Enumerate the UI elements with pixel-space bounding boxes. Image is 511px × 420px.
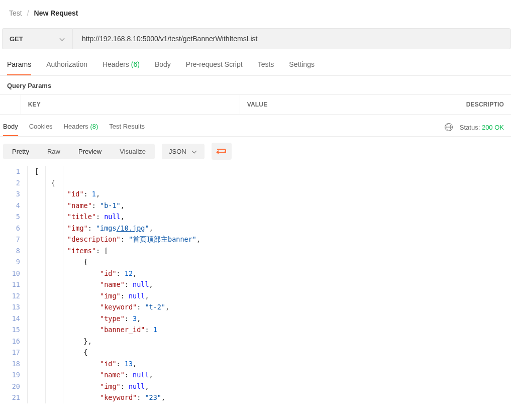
response-tab-headers-count: (8) bbox=[90, 123, 98, 130]
response-tab-testresults[interactable]: Test Results bbox=[109, 123, 145, 136]
line-number-gutter: 123456789101112131415161718192021 bbox=[0, 166, 27, 403]
request-tabs: Params Authorization Headers (6) Body Pr… bbox=[0, 49, 511, 76]
tab-settings[interactable]: Settings bbox=[289, 60, 315, 75]
breadcrumb-root[interactable]: Test bbox=[9, 9, 22, 17]
chevron-down-icon bbox=[59, 36, 65, 42]
params-col-checkbox bbox=[0, 95, 21, 114]
request-url-row: GET http://192.168.8.10:5000/v1/test/get… bbox=[0, 28, 511, 49]
globe-icon[interactable] bbox=[445, 123, 453, 131]
tab-body[interactable]: Body bbox=[155, 60, 171, 75]
view-preview[interactable]: Preview bbox=[69, 144, 111, 159]
url-input[interactable]: http://192.168.8.10:5000/v1/test/getBann… bbox=[72, 28, 511, 49]
response-tab-body[interactable]: Body bbox=[3, 123, 18, 136]
response-tab-cookies[interactable]: Cookies bbox=[29, 123, 53, 136]
code-panel[interactable]: [ { "id": 1, "name": "b-1", "title": nul… bbox=[27, 166, 511, 403]
language-select[interactable]: JSON bbox=[162, 144, 205, 159]
response-tab-headers[interactable]: Headers (8) bbox=[64, 123, 98, 136]
tab-headers[interactable]: Headers (6) bbox=[103, 60, 140, 75]
tab-headers-label: Headers bbox=[103, 60, 129, 68]
response-tabs: Body Cookies Headers (8) Test Results bbox=[3, 123, 145, 136]
response-body-viewer[interactable]: 123456789101112131415161718192021 [ { "i… bbox=[0, 166, 511, 407]
status-code: 200 OK bbox=[482, 124, 504, 131]
tab-authorization[interactable]: Authorization bbox=[46, 60, 87, 75]
tab-tests[interactable]: Tests bbox=[258, 60, 274, 75]
wrap-lines-button[interactable] bbox=[212, 143, 232, 160]
params-col-value: VALUE bbox=[240, 95, 459, 114]
tab-headers-count: (6) bbox=[131, 60, 140, 68]
tab-params[interactable]: Params bbox=[7, 60, 31, 75]
response-status-area: Status: 200 OK bbox=[445, 123, 504, 136]
status-label: Status: bbox=[460, 124, 480, 131]
view-raw[interactable]: Raw bbox=[38, 144, 69, 159]
view-mode-segment: Pretty Raw Preview Visualize bbox=[3, 144, 155, 159]
view-visualize[interactable]: Visualize bbox=[111, 144, 155, 159]
breadcrumb: Test / New Request bbox=[0, 0, 511, 28]
method-select[interactable]: GET bbox=[2, 28, 72, 49]
response-header-row: Body Cookies Headers (8) Test Results St… bbox=[0, 115, 511, 137]
query-params-title: Query Params bbox=[0, 76, 511, 94]
params-col-key: KEY bbox=[21, 95, 240, 114]
language-value: JSON bbox=[169, 148, 186, 155]
breadcrumb-current: New Request bbox=[34, 9, 78, 17]
params-col-description: DESCRIPTIO bbox=[459, 95, 511, 114]
params-table-header: KEY VALUE DESCRIPTIO bbox=[0, 94, 511, 115]
method-value: GET bbox=[10, 35, 23, 43]
breadcrumb-separator: / bbox=[27, 9, 29, 17]
response-toolbar: Pretty Raw Preview Visualize JSON bbox=[0, 137, 511, 166]
wrap-icon bbox=[217, 148, 226, 155]
url-text: http://192.168.8.10:5000/v1/test/getBann… bbox=[82, 35, 257, 43]
chevron-down-icon bbox=[191, 148, 197, 154]
response-tab-headers-label: Headers bbox=[64, 123, 88, 130]
tab-prerequest[interactable]: Pre-request Script bbox=[186, 60, 243, 75]
view-pretty[interactable]: Pretty bbox=[3, 144, 38, 159]
